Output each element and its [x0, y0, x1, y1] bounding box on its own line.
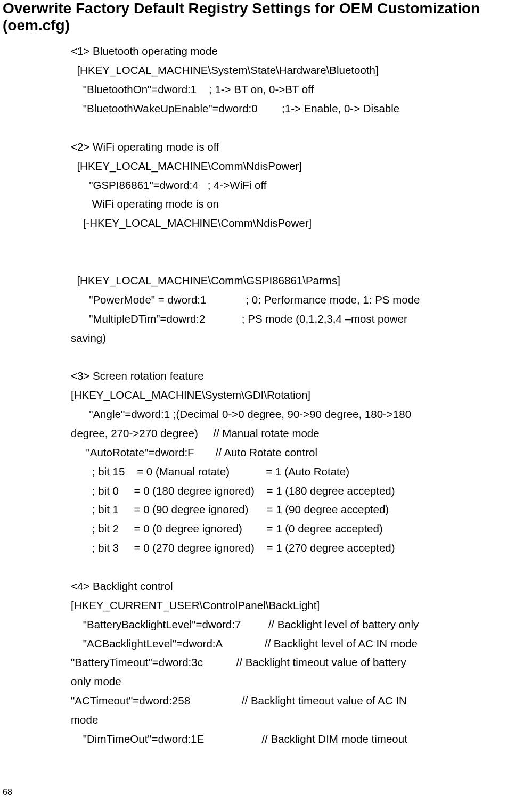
page-number: 68 — [3, 788, 12, 797]
content-line: ; bit 1 = 0 (90 degree ignored) = 1 (90 … — [71, 500, 502, 519]
content-line: "PowerMode" = dword:1 ; 0: Performance m… — [71, 290, 502, 309]
content-line: "BatteryBacklightLevel"=dword:7 // Backl… — [71, 615, 502, 634]
content-line: <2> WiFi operating mode is off — [71, 137, 502, 157]
content-line: [-HKEY_LOCAL_MACHINE\Comm\NdisPower] — [71, 214, 502, 233]
content-line: ; bit 3 = 0 (270 degree ignored) = 1 (27… — [71, 538, 502, 557]
content-line: [HKEY_CURRENT_USER\ControlPanel\BackLigh… — [71, 596, 502, 615]
content-line: "ACBacklightLevel"=dword:A // Backlight … — [71, 634, 502, 653]
content-line: saving) — [71, 329, 502, 348]
page-title: Overwrite Factory Default Registry Setti… — [3, 0, 502, 34]
content-line: "Angle"=dword:1 ;(Decimal 0->0 degree, 9… — [71, 405, 502, 424]
content-line: [HKEY_LOCAL_MACHINE\Comm\GSPI86861\Parms… — [71, 271, 502, 290]
content-line — [71, 347, 502, 366]
content-line — [71, 557, 502, 577]
content-line: ; bit 2 = 0 (0 degree ignored) = 1 (0 de… — [71, 519, 502, 538]
content-line: "GSPI86861"=dword:4 ; 4->WiFi off — [71, 176, 502, 195]
content-line: "BluetoothOn"=dword:1 ; 1-> BT on, 0->BT… — [71, 80, 502, 99]
document-body: <1> Bluetooth operating mode [HKEY_LOCAL… — [3, 42, 502, 748]
content-line: <1> Bluetooth operating mode — [71, 42, 502, 61]
content-line: [HKEY_LOCAL_MACHINE\System\GDI\Rotation] — [71, 386, 502, 405]
content-line — [71, 118, 502, 137]
content-line: "MultipleDTim"=dowrd:2 ; PS mode (0,1,2,… — [71, 309, 502, 329]
content-line: degree, 270->270 degree) // Manual rotat… — [71, 424, 502, 443]
content-line: only mode — [71, 672, 502, 691]
content-line: <3> Screen rotation feature — [71, 366, 502, 386]
content-line: WiFi operating mode is on — [71, 194, 502, 214]
content-line: mode — [71, 710, 502, 729]
content-line: ; bit 0 = 0 (180 degree ignored) = 1 (18… — [71, 481, 502, 501]
content-line: <4> Backlight control — [71, 577, 502, 596]
content-line — [71, 233, 502, 252]
content-line: "BatteryTimeout"=dword:3c // Backlight t… — [71, 653, 502, 672]
content-line: "DimTimeOut"=dword:1E // Backlight DIM m… — [71, 729, 502, 749]
content-line: "ACTimeout"=dword:258 // Backlight timeo… — [71, 691, 502, 710]
content-line: "AutoRotate"=dword:F // Auto Rotate cont… — [71, 443, 502, 462]
content-line: [HKEY_LOCAL_MACHINE\System\State\Hardwar… — [71, 61, 502, 80]
content-line: [HKEY_LOCAL_MACHINE\Comm\NdisPower] — [71, 157, 502, 176]
content-line — [71, 252, 502, 271]
content-line: ; bit 15 = 0 (Manual rotate) = 1 (Auto R… — [71, 462, 502, 481]
content-line: "BluetoothWakeUpEnable"=dword:0 ;1-> Ena… — [71, 99, 502, 118]
